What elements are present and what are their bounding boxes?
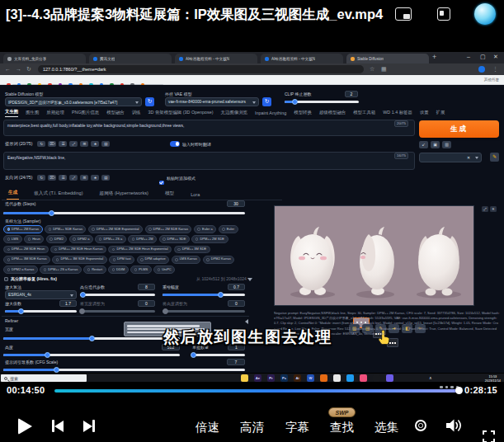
nav-tab[interactable]: 模型转换 [294, 110, 312, 117]
nav-tab[interactable]: Inpaint Anything [255, 110, 286, 117]
sampler-option[interactable]: DPM++ SDE Karras [45, 225, 86, 233]
sampler-option[interactable]: DPM++ 3M SDE Karras [3, 256, 50, 264]
translate-toggle[interactable] [170, 141, 180, 147]
sampler-option[interactable]: DPM++ 2M SDE Heun Exponential [108, 246, 172, 254]
negative-tool-icon[interactable]: ⊞ [80, 175, 88, 181]
generate-mini-icon[interactable]: ↙ [419, 141, 428, 148]
sampler-option[interactable]: DPM++ 2S a Karras [40, 266, 81, 274]
sampler-option[interactable]: DPM2 a [69, 235, 93, 243]
browser-tab[interactable]: AI绘画教程资料 - 中文版N [261, 54, 343, 63]
generation-tab[interactable]: 嵌入式 (T.I. Embedding) [32, 188, 84, 200]
hires-steps-value[interactable]: 8 [138, 284, 155, 290]
negative-tool-icon[interactable]: ▤ [101, 175, 110, 181]
nav-tab[interactable]: 训练 [132, 110, 141, 117]
sampler-option[interactable]: DPM++ 2M [128, 235, 157, 243]
extensions-icon[interactable]: ▦ [381, 64, 387, 74]
maximize-icon[interactable]: ▢ [480, 54, 486, 60]
taskbar-app-icon[interactable] [360, 374, 367, 382]
width-slider[interactable] [3, 337, 180, 340]
back-icon[interactable]: ← [5, 64, 11, 74]
prompt-tool-icon[interactable]: ⤢ [69, 141, 78, 148]
sampler-option[interactable]: DPM++ 2M SDE Exponential [88, 225, 143, 233]
taskbar-app-icon[interactable]: Ai [294, 374, 301, 382]
find-button[interactable]: 查找 [330, 420, 354, 435]
negative-tool-icon[interactable]: ⤢ [69, 175, 78, 181]
sampler-option[interactable]: DPM++ 3M SDE [174, 246, 210, 254]
taskbar-app-icon[interactable]: Ae [254, 374, 261, 382]
nav-tab[interactable]: WD 1.4 标签器 [383, 110, 412, 117]
prompt-tool-icon[interactable]: ▤ [101, 141, 110, 148]
generation-tab[interactable]: Lora [189, 190, 201, 200]
upscaler-dropdown[interactable]: ESRGAN_4x [5, 290, 77, 299]
denoise-value[interactable]: 0.7 [228, 284, 245, 290]
new-tab-button[interactable]: + [432, 54, 436, 61]
taskbar-app-icon[interactable]: Pr [267, 374, 275, 382]
taskbar-search[interactable]: 搜索 [1, 374, 87, 382]
quality-button[interactable]: 高清 [240, 420, 264, 435]
negative-tool-icon[interactable]: ☰ [59, 175, 67, 181]
sampler-option[interactable]: UniPC [153, 266, 175, 274]
taskbar-app-icon[interactable] [333, 374, 341, 382]
steps-slider[interactable] [3, 212, 245, 214]
prompt-tool-icon[interactable]: ↻ [37, 141, 45, 148]
sampler-option[interactable]: Euler a [194, 225, 216, 233]
generation-tab[interactable]: 超网络 (Hypernetworks) [98, 188, 150, 200]
browser-tab[interactable]: 腾讯文档 [89, 54, 172, 63]
prompt-tool-icon[interactable]: ★ [91, 141, 99, 148]
pip-icon[interactable] [395, 7, 412, 21]
negative-tool-icon[interactable]: ↻ [37, 175, 45, 181]
preview-corner-icon[interactable]: ⤢ [482, 206, 488, 212]
volume-icon[interactable] [446, 419, 463, 432]
sampler-option[interactable]: Heun [24, 235, 44, 243]
generated-image[interactable] [274, 205, 474, 306]
sampler-option[interactable]: DPM++ 2M SDE Karras [145, 225, 192, 233]
progress-bar[interactable] [54, 389, 459, 393]
resize-width-value[interactable]: 0 [138, 300, 155, 307]
generate-button[interactable]: 生成 [419, 120, 499, 138]
sampler-option[interactable]: DPM fast [109, 256, 134, 264]
batch-size-slider[interactable] [192, 354, 245, 356]
previous-episode-button[interactable] [52, 420, 64, 432]
sampler-option[interactable]: DPM2 [46, 235, 68, 243]
nav-tab[interactable]: 文生图 [5, 109, 18, 117]
profile-icon[interactable] [478, 66, 485, 73]
cfg-slider[interactable] [3, 369, 245, 371]
loop-icon[interactable] [415, 420, 426, 431]
browser-tab[interactable]: Stable Diffusion [346, 54, 429, 63]
negative-prompt-textarea[interactable]: EasyNegative,NSFW,black line, [3, 152, 415, 170]
generate-mini-icon[interactable]: ▥ [442, 141, 451, 148]
speed-button[interactable]: 倍速 [195, 420, 219, 435]
sampler-option[interactable]: DPM++ 2M SDE Heun Karras [50, 246, 106, 254]
styles-edit-icon[interactable]: ✎ [490, 153, 499, 162]
browser-tab[interactable]: AI绘画教程资料 - 中文版N [175, 54, 257, 63]
taskbar-app-icon[interactable]: W [307, 374, 314, 382]
prompt-tool-icon[interactable]: ☰ [59, 141, 67, 148]
tray-expand-icon[interactable]: ∧ [429, 375, 432, 380]
model-dropdown[interactable]: IPDESIGN_3D产品设计IP形象_v3.0.safetensors [e7… [5, 97, 142, 106]
denoise-slider[interactable] [163, 294, 245, 296]
sampler-option[interactable]: PLMS [130, 266, 151, 274]
negative-tool-icon[interactable]: ★ [91, 175, 99, 181]
nav-tab[interactable]: 无边图像浏览 [221, 110, 247, 117]
fullscreen-icon[interactable] [483, 430, 495, 442]
refresh-icon[interactable]: ↻ [26, 64, 31, 74]
resize-height-slider[interactable] [163, 310, 245, 313]
taskbar-app-icon[interactable] [346, 374, 354, 382]
clear-icon[interactable]: ✕ [467, 156, 470, 160]
resize-width-slider[interactable] [80, 310, 155, 313]
sampler-option[interactable]: DPM++ 2M SDE Heun [3, 246, 49, 254]
minimize-icon[interactable]: – [467, 54, 470, 60]
generation-tab[interactable]: 模型 [163, 188, 176, 200]
sampler-option[interactable]: DPM++ 2M Karras [3, 225, 43, 233]
nav-tab[interactable]: 设置 [420, 110, 429, 117]
nav-tab[interactable]: 后期处理 [46, 110, 64, 117]
hires-collapse-icon[interactable] [247, 278, 252, 281]
prompt-textarea[interactable]: masterpiece,best quality,full body,infla… [3, 120, 415, 136]
menu-icon[interactable]: ⋮ [492, 64, 498, 74]
prompt-tool-icon[interactable]: ⌦ [48, 141, 56, 148]
hires-steps-slider[interactable] [80, 294, 155, 296]
hires-checkbox[interactable] [4, 277, 8, 281]
vae-refresh-icon[interactable]: ↻ [262, 97, 271, 106]
model-refresh-icon[interactable]: ↻ [145, 97, 154, 106]
preview-corner-icon[interactable]: ✕ [490, 206, 497, 212]
